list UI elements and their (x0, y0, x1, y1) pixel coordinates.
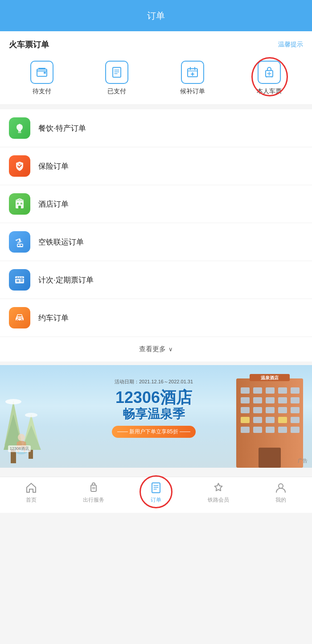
receipt-icon (111, 66, 123, 79)
calendar-add-icon (186, 66, 199, 79)
svg-rect-23 (21, 203, 22, 204)
svg-rect-54 (241, 387, 250, 394)
pass-icon (13, 274, 26, 286)
shield-icon (13, 160, 26, 172)
nav-item-home[interactable]: 首页 (0, 482, 62, 504)
svg-point-33 (19, 277, 21, 278)
svg-rect-64 (241, 407, 250, 413)
see-more-label: 查看更多 (139, 345, 166, 353)
svg-rect-20 (16, 199, 24, 203)
header: 订单 (0, 0, 312, 31)
nav-label-order: 订单 (151, 496, 161, 504)
svg-rect-63 (291, 397, 300, 403)
air-rail-order-icon (9, 231, 30, 253)
order-item-car[interactable]: 约车订单 (0, 299, 312, 337)
tab-waitlist-icon-wrap (181, 61, 204, 84)
svg-point-18 (19, 163, 21, 165)
order-item-food[interactable]: 餐饮·特产订单 (0, 109, 312, 147)
svg-rect-77 (278, 427, 287, 433)
wallet-icon (36, 66, 48, 79)
svg-rect-57 (278, 387, 287, 394)
spacer (0, 468, 312, 472)
tab-pending-pay-label: 待支付 (33, 87, 51, 96)
nav-item-travel[interactable]: 出行服务 (62, 482, 125, 504)
tab-waitlist[interactable]: 候补订单 (180, 61, 205, 96)
svg-point-89 (279, 484, 283, 488)
svg-rect-59 (241, 397, 250, 403)
tab-my-ticket-icon-wrap (258, 61, 281, 84)
nav-label-travel: 出行服务 (83, 496, 104, 504)
main-content: 火车票订单 温馨提示 待支付 (0, 31, 312, 105)
hotel-banner[interactable]: 12306酒店 活动日期：2021.12.16～2022.01.31 12306… (0, 365, 312, 468)
pass-order-label: 计次·定期票订单 (38, 275, 94, 285)
car-order-icon (9, 307, 30, 328)
svg-point-16 (271, 76, 273, 78)
air-rail-order-label: 空铁联运订单 (38, 237, 84, 247)
svg-rect-81 (259, 448, 281, 468)
svg-text:温泉酒店: 温泉酒店 (261, 375, 279, 380)
train-tabs: 待支付 已支付 (0, 56, 312, 105)
svg-point-15 (266, 76, 267, 78)
svg-rect-70 (253, 417, 262, 423)
svg-rect-76 (266, 427, 275, 433)
member-icon (212, 482, 225, 494)
svg-rect-56 (266, 387, 275, 394)
svg-rect-72 (278, 417, 287, 423)
banner-promo: —— 新用户下单立享85折 —— (112, 426, 196, 438)
svg-rect-73 (291, 417, 300, 423)
svg-rect-29 (16, 280, 19, 282)
order-item-air-rail[interactable]: 空铁联运订单 (0, 223, 312, 261)
order-item-insurance[interactable]: 保险订单 (0, 147, 312, 185)
see-more-button[interactable]: 查看更多 ∨ (0, 337, 312, 365)
banner-title1: 12306酒店 (71, 389, 236, 407)
order-item-hotel[interactable]: 酒店订单 (0, 185, 312, 223)
svg-rect-65 (253, 407, 262, 413)
bottom-nav: 首页 出行服务 订单 铁路会员 我的 (0, 477, 312, 513)
svg-rect-61 (266, 397, 275, 403)
svg-point-17 (18, 126, 21, 129)
svg-rect-66 (266, 407, 275, 413)
nav-item-mine[interactable]: 我的 (250, 482, 312, 504)
svg-point-38 (21, 320, 22, 321)
car-order-label: 约车订单 (38, 313, 69, 323)
tab-pending-pay[interactable]: 待支付 (30, 61, 53, 96)
banner-decoration-right: 温泉酒店 (214, 365, 312, 468)
nav-item-order[interactable]: 订单 (125, 482, 187, 504)
svg-rect-68 (291, 407, 300, 413)
food-order-label: 餐饮·特产订单 (38, 123, 86, 133)
svg-rect-2 (113, 67, 121, 77)
svg-rect-58 (291, 387, 300, 394)
home-icon (25, 482, 37, 494)
hotel-icon (13, 198, 26, 210)
nav-item-member[interactable]: 铁路会员 (187, 482, 250, 504)
tab-my-ticket[interactable]: 本人车票 (257, 61, 282, 96)
train-section-header: 火车票订单 温馨提示 (0, 31, 312, 56)
insurance-order-label: 保险订单 (38, 161, 69, 171)
svg-rect-40 (20, 317, 22, 319)
header-title: 订单 (147, 10, 165, 22)
svg-point-37 (17, 320, 18, 321)
order-item-pass[interactable]: 计次·定期票订单 (0, 261, 312, 299)
svg-rect-39 (17, 317, 20, 319)
food-order-icon (9, 117, 30, 139)
svg-rect-67 (278, 407, 287, 413)
car-icon (13, 312, 26, 324)
tab-paid[interactable]: 已支付 (105, 61, 128, 96)
nav-label-home: 首页 (26, 496, 37, 504)
banner-ad-label: 广告 (298, 457, 308, 464)
svg-rect-21 (18, 206, 21, 208)
svg-rect-69 (241, 417, 250, 423)
chevron-down-icon: ∨ (168, 346, 173, 353)
svg-rect-85 (152, 483, 160, 493)
svg-rect-26 (21, 245, 22, 246)
svg-rect-25 (18, 245, 20, 246)
user-icon (275, 482, 287, 494)
order-list: 餐饮·特产订单 保险订单 酒店订单 (0, 109, 312, 337)
svg-point-32 (17, 277, 18, 278)
tab-my-ticket-label: 本人车票 (257, 87, 282, 96)
warm-tip-link[interactable]: 温馨提示 (278, 41, 303, 49)
svg-rect-74 (241, 427, 250, 433)
air-rail-icon (13, 236, 26, 248)
banner-date: 活动日期：2021.12.16～2022.01.31 (71, 378, 236, 385)
svg-rect-1 (44, 72, 46, 74)
